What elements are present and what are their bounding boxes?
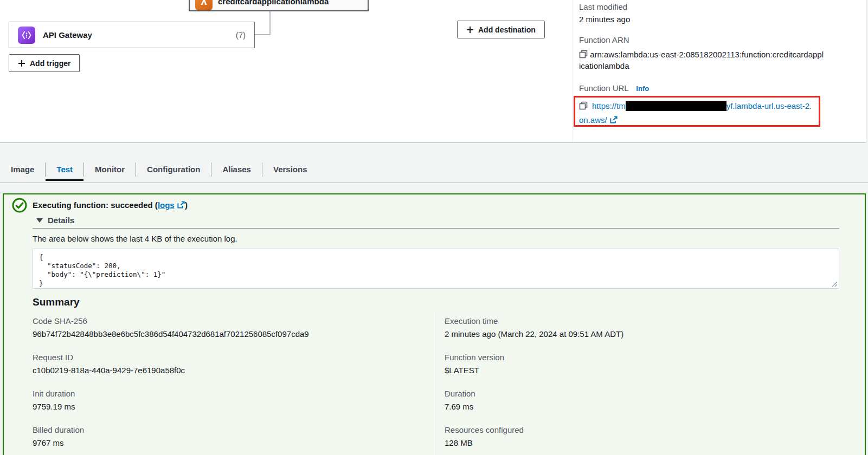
field-value: 2 minutes ago (March 22, 2024 at 09:51 A… (445, 329, 824, 339)
tab-aliases[interactable]: Aliases (211, 156, 262, 183)
function-url-label: Function URL (579, 83, 628, 93)
tab-configuration[interactable]: Configuration (136, 156, 211, 183)
api-gateway-icon (18, 27, 35, 44)
field-value: 96b74f72b42848bb3e8e6bc5fc386d54f404732d… (33, 329, 412, 339)
plus-icon (18, 60, 25, 67)
field-value: 7.69 ms (445, 402, 824, 412)
function-url-start: https://tm (592, 101, 626, 110)
tab-image[interactable]: Image (0, 156, 45, 183)
external-link-icon (177, 201, 185, 209)
tab-test-label: Test (56, 165, 73, 174)
function-arn-row: arn:aws:lambda:us-east-2:085182002113:fu… (579, 49, 824, 72)
function-url-row: Function URL Info (579, 83, 649, 93)
execution-result-panel: Executing function: succeeded (logs ) De… (3, 193, 866, 455)
add-trigger-button[interactable]: Add trigger (9, 54, 80, 72)
function-url-link[interactable]: https://tmyf.lambda-url.us-east-2.on.aws… (579, 101, 812, 125)
field-label: Function version (445, 353, 824, 362)
details-toggle[interactable]: Details (36, 216, 74, 225)
success-check-icon (12, 198, 27, 213)
summary-field-resources-configured: Resources configured 128 MB (445, 425, 824, 448)
summary-field-execution-time: Execution time 2 minutes ago (March 22, … (445, 316, 824, 339)
details-label: Details (48, 216, 74, 225)
plus-icon (466, 26, 474, 34)
summary-column-divider (435, 311, 435, 455)
status-text: Executing function: succeeded ( (33, 200, 158, 210)
lambda-function-node[interactable]: λ creditcardapplicationlambda (189, 0, 369, 11)
redaction-bar (626, 101, 726, 111)
resize-grip-icon[interactable] (832, 281, 838, 287)
summary-title: Summary (33, 296, 80, 308)
overview-column-divider (573, 0, 573, 142)
node-connector-horizontal (255, 34, 271, 35)
field-label: Code SHA-256 (33, 316, 412, 326)
logs-link[interactable]: logs (158, 200, 175, 210)
details-divider (33, 228, 839, 229)
tab-versions[interactable]: Versions (262, 156, 318, 183)
log-note: The area below shows the last 4 KB of th… (33, 234, 237, 243)
field-label: Billed duration (33, 425, 412, 435)
api-gateway-node-title: API Gateway (43, 30, 92, 40)
field-value: $LATEST (445, 366, 824, 375)
execution-log-output[interactable]: { "statusCode": 200, "body": "{\"predict… (33, 249, 839, 289)
summary-field-function-version: Function version $LATEST (445, 353, 824, 375)
field-value: c10b0219-818a-440a-9429-7e6190a58f0c (33, 366, 412, 375)
execution-log-text: { "statusCode": 200, "body": "{\"predict… (33, 249, 839, 291)
field-value: 9759.19 ms (33, 402, 412, 412)
tab-monitor[interactable]: Monitor (84, 156, 136, 183)
info-link[interactable]: Info (636, 84, 649, 93)
tab-aliases-label: Aliases (222, 165, 251, 174)
tab-test[interactable]: Test (46, 156, 83, 183)
triangle-down-icon (36, 218, 43, 223)
add-destination-button[interactable]: Add destination (457, 21, 545, 38)
node-connector-vertical (269, 11, 271, 35)
field-label: Duration (445, 389, 824, 399)
function-tabbar: Image Test Monitor Configuration Aliases… (0, 156, 868, 183)
function-url-highlight-box: https://tmyf.lambda-url.us-east-2.on.aws… (574, 96, 820, 127)
copy-icon[interactable] (579, 50, 588, 58)
add-trigger-label: Add trigger (30, 59, 70, 68)
tab-monitor-label: Monitor (95, 165, 125, 174)
summary-field-init-duration: Init duration 9759.19 ms (33, 389, 412, 412)
summary-field-billed-duration: Billed duration 9767 ms (33, 425, 412, 448)
summary-field-code-sha: Code SHA-256 96b74f72b42848bb3e8e6bc5fc3… (33, 316, 412, 339)
execution-status-title: Executing function: succeeded (logs ) (33, 200, 188, 210)
function-overview-card: λ creditcardapplicationlambda API Gatewa… (0, 0, 866, 143)
lambda-node-title: creditcardapplicationlambda (218, 0, 329, 6)
last-modified-label: Last modified (579, 2, 627, 11)
function-arn-label: Function ARN (579, 35, 629, 44)
field-value: 9767 ms (33, 438, 412, 448)
field-value: 128 MB (445, 438, 824, 448)
tab-configuration-label: Configuration (147, 165, 200, 174)
status-text-close: ) (185, 200, 188, 210)
last-modified-value: 2 minutes ago (579, 15, 630, 24)
add-destination-label: Add destination (478, 25, 536, 34)
tab-image-label: Image (11, 165, 34, 174)
function-arn-value: arn:aws:lambda:us-east-2:085182002113:fu… (579, 50, 824, 70)
api-gateway-trigger-count: (7) (236, 30, 246, 40)
api-gateway-node[interactable]: API Gateway (7) (9, 22, 255, 48)
tab-versions-label: Versions (273, 165, 307, 174)
summary-left-column: Code SHA-256 96b74f72b42848bb3e8e6bc5fc3… (33, 316, 412, 455)
copy-icon[interactable] (579, 101, 588, 110)
field-label: Execution time (445, 316, 824, 326)
lambda-icon: λ (195, 0, 213, 10)
field-label: Resources configured (445, 425, 824, 435)
field-label: Init duration (33, 389, 412, 399)
external-link-icon (609, 116, 618, 124)
summary-right-column: Execution time 2 minutes ago (March 22, … (445, 316, 824, 455)
summary-field-request-id: Request ID c10b0219-818a-440a-9429-7e619… (33, 353, 412, 375)
field-label: Request ID (33, 353, 412, 362)
summary-field-duration: Duration 7.69 ms (445, 389, 824, 412)
